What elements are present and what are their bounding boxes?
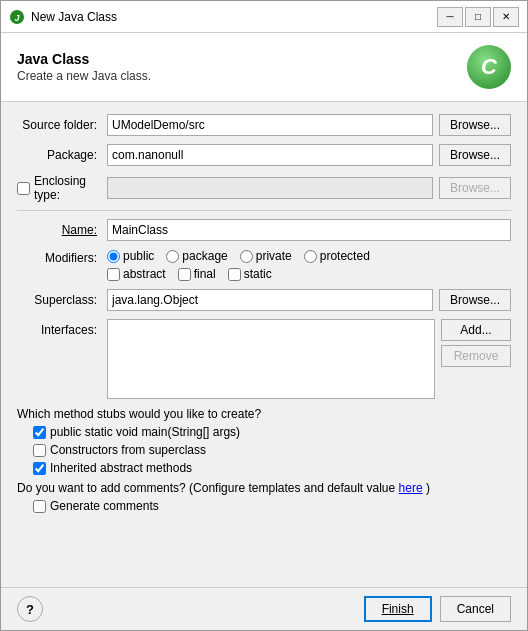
source-folder-input[interactable]	[107, 114, 433, 136]
enclosing-type-input[interactable]	[107, 177, 433, 199]
content-area: Source folder: Browse... Package: Browse…	[1, 102, 527, 587]
stub-row-0: public static void main(String[] args)	[33, 425, 511, 439]
modifier-final-label[interactable]: final	[178, 267, 216, 281]
interfaces-textarea[interactable]	[107, 319, 435, 399]
modifier-protected-label[interactable]: protected	[304, 249, 370, 263]
footer: ? Finish Cancel	[1, 587, 527, 630]
modifier-private-label[interactable]: private	[240, 249, 292, 263]
enclosing-type-checkbox[interactable]	[17, 182, 30, 195]
logo-icon: C	[467, 45, 511, 89]
enclosing-type-browse-button[interactable]: Browse...	[439, 177, 511, 199]
modifier-static-checkbox[interactable]	[228, 268, 241, 281]
title-bar: J New Java Class ─ □ ✕	[1, 1, 527, 33]
stub-checkbox-0[interactable]	[33, 426, 46, 439]
header-section: Java Class Create a new Java class. C	[1, 33, 527, 102]
comments-link-end: )	[426, 481, 430, 495]
modifier-final-checkbox[interactable]	[178, 268, 191, 281]
dialog-icon: J	[9, 9, 25, 25]
modifier-public-label[interactable]: public	[107, 249, 154, 263]
generate-comments-label: Generate comments	[50, 499, 159, 513]
enclosing-type-label: Enclosing type:	[34, 174, 97, 202]
comments-row: Generate comments	[33, 499, 511, 513]
name-input[interactable]	[107, 219, 511, 241]
modifier-public-radio[interactable]	[107, 250, 120, 263]
modifier-package-text: package	[182, 249, 227, 263]
maximize-button[interactable]: □	[465, 7, 491, 27]
stub-label-2: Inherited abstract methods	[50, 461, 192, 475]
modifier-public-text: public	[123, 249, 154, 263]
superclass-row: Superclass: Browse...	[17, 289, 511, 311]
minimize-button[interactable]: ─	[437, 7, 463, 27]
interfaces-row: Interfaces: Add... Remove	[17, 319, 511, 399]
superclass-label: Superclass:	[17, 293, 107, 307]
footer-left: ?	[17, 596, 43, 622]
modifier-abstract-text: abstract	[123, 267, 166, 281]
divider-1	[17, 210, 511, 211]
modifier-static-label[interactable]: static	[228, 267, 272, 281]
enclosing-label-group: Enclosing type:	[17, 174, 107, 202]
modifier-package-label[interactable]: package	[166, 249, 227, 263]
source-folder-row: Source folder: Browse...	[17, 114, 511, 136]
modifiers-row2: abstract final static	[107, 267, 370, 281]
modifiers-row: Modifiers: public package private	[17, 249, 511, 281]
modifier-package-radio[interactable]	[166, 250, 179, 263]
modifier-static-text: static	[244, 267, 272, 281]
superclass-input[interactable]	[107, 289, 433, 311]
stubs-section: Which method stubs would you like to cre…	[17, 407, 511, 475]
dialog-window: J New Java Class ─ □ ✕ Java Class Create…	[0, 0, 528, 631]
modifier-protected-radio[interactable]	[304, 250, 317, 263]
modifiers-section: public package private protected	[107, 249, 370, 281]
comments-question: Do you want to add comments? (Configure …	[17, 481, 511, 495]
footer-right: Finish Cancel	[364, 596, 511, 622]
modifiers-label: Modifiers:	[17, 249, 107, 265]
name-row: Name:	[17, 219, 511, 241]
modifier-abstract-checkbox[interactable]	[107, 268, 120, 281]
stub-row-1: Constructors from superclass	[33, 443, 511, 457]
interfaces-add-button[interactable]: Add...	[441, 319, 511, 341]
stub-label-0: public static void main(String[] args)	[50, 425, 240, 439]
interfaces-remove-button[interactable]: Remove	[441, 345, 511, 367]
generate-comments-checkbox[interactable]	[33, 500, 46, 513]
interfaces-label: Interfaces:	[17, 319, 107, 337]
stub-checkbox-2[interactable]	[33, 462, 46, 475]
source-folder-label: Source folder:	[17, 118, 107, 132]
superclass-browse-button[interactable]: Browse...	[439, 289, 511, 311]
modifier-abstract-label[interactable]: abstract	[107, 267, 166, 281]
title-bar-buttons: ─ □ ✕	[437, 7, 519, 27]
finish-button[interactable]: Finish	[364, 596, 432, 622]
title-bar-text: New Java Class	[31, 10, 437, 24]
stubs-question: Which method stubs would you like to cre…	[17, 407, 511, 421]
modifiers-row1: public package private protected	[107, 249, 370, 263]
stub-row-2: Inherited abstract methods	[33, 461, 511, 475]
header-title: Java Class	[17, 51, 151, 67]
package-row: Package: Browse...	[17, 144, 511, 166]
comments-link[interactable]: here	[399, 481, 423, 495]
cancel-button[interactable]: Cancel	[440, 596, 511, 622]
name-label: Name:	[17, 223, 107, 237]
stub-label-1: Constructors from superclass	[50, 443, 206, 457]
modifier-final-text: final	[194, 267, 216, 281]
package-label: Package:	[17, 148, 107, 162]
modifier-protected-text: protected	[320, 249, 370, 263]
comments-section: Do you want to add comments? (Configure …	[17, 481, 511, 513]
stub-checkbox-1[interactable]	[33, 444, 46, 457]
interfaces-buttons: Add... Remove	[441, 319, 511, 367]
header-subtitle: Create a new Java class.	[17, 69, 151, 83]
package-browse-button[interactable]: Browse...	[439, 144, 511, 166]
comments-question-text: Do you want to add comments? (Configure …	[17, 481, 395, 495]
source-folder-browse-button[interactable]: Browse...	[439, 114, 511, 136]
close-button[interactable]: ✕	[493, 7, 519, 27]
enclosing-type-row: Enclosing type: Browse...	[17, 174, 511, 202]
package-input[interactable]	[107, 144, 433, 166]
modifier-private-text: private	[256, 249, 292, 263]
modifier-private-radio[interactable]	[240, 250, 253, 263]
help-button[interactable]: ?	[17, 596, 43, 622]
